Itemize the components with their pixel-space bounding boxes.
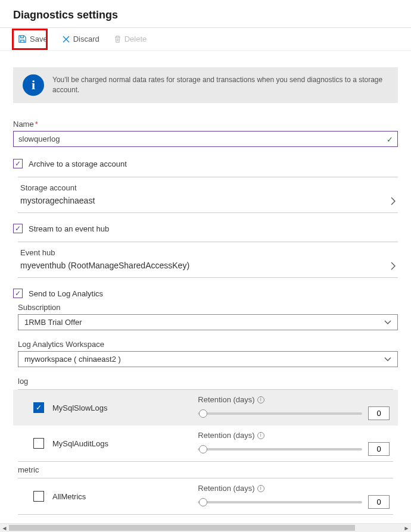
save-button[interactable]: Save xyxy=(13,32,52,46)
loganalytics-label: Send to Log Analytics xyxy=(29,289,103,298)
chevron-right-icon xyxy=(391,197,396,205)
metric-name: AllMetrics xyxy=(52,492,86,501)
page-title: Diagnostics settings xyxy=(0,0,411,27)
stream-label: Stream to an event hub xyxy=(29,224,109,233)
workspace-label: Log Analytics Workspace xyxy=(18,340,398,349)
discard-button[interactable]: Discard xyxy=(57,32,104,46)
eventhub-value: myeventhub (RootManageSharedAccessKey) xyxy=(20,261,391,270)
retention-input[interactable] xyxy=(368,495,390,509)
storage-label: Storage account xyxy=(20,183,391,192)
chevron-right-icon xyxy=(391,262,396,270)
trash-icon xyxy=(114,35,122,43)
archive-checkbox-row[interactable]: Archive to a storage account xyxy=(13,159,398,168)
log-checkbox[interactable] xyxy=(33,438,44,449)
scroll-left-icon[interactable]: ◄ xyxy=(0,525,9,531)
eventhub-label: Event hub xyxy=(20,248,391,257)
info-icon[interactable]: i xyxy=(257,485,264,492)
log-row-slow: MySqlSlowLogs Retention (days)i xyxy=(13,390,398,425)
info-text: You'll be charged normal data rates for … xyxy=(52,75,388,96)
workspace-select[interactable]: myworkspace ( chinaeast2 ) xyxy=(18,351,398,367)
storage-account-picker[interactable]: Storage account mystoragechinaeast xyxy=(18,177,398,213)
info-icon: i xyxy=(23,74,44,96)
info-icon[interactable]: i xyxy=(257,432,264,439)
save-label: Save xyxy=(30,35,48,43)
horizontal-scrollbar[interactable]: ◄ ► xyxy=(0,523,411,532)
chevron-down-icon xyxy=(384,320,391,325)
retention-slider[interactable] xyxy=(198,412,362,415)
name-input[interactable] xyxy=(13,131,398,147)
storage-value: mystoragechinaeast xyxy=(20,196,391,205)
log-name: MySqlAuditLogs xyxy=(52,439,108,448)
subscription-value: 1RMB Trial Offer xyxy=(24,318,82,327)
metric-row: AllMetrics Retention (days)i xyxy=(13,478,398,514)
retention-slider[interactable] xyxy=(198,501,362,503)
subscription-select[interactable]: 1RMB Trial Offer xyxy=(18,314,398,330)
log-name: MySqlSlowLogs xyxy=(52,403,108,412)
scroll-right-icon[interactable]: ► xyxy=(402,525,411,531)
info-banner: i You'll be charged normal data rates fo… xyxy=(13,67,398,103)
delete-label: Delete xyxy=(124,35,147,43)
log-row-audit: MySqlAuditLogs Retention (days)i xyxy=(13,425,398,461)
eventhub-picker[interactable]: Event hub myeventhub (RootManageSharedAc… xyxy=(18,242,398,278)
toolbar: Save Discard Delete xyxy=(0,27,411,51)
retention-slider[interactable] xyxy=(198,448,362,450)
discard-label: Discard xyxy=(73,35,99,43)
close-icon xyxy=(62,35,70,43)
check-icon: ✓ xyxy=(387,134,393,143)
metric-checkbox[interactable] xyxy=(33,491,44,502)
retention-input[interactable] xyxy=(368,442,390,456)
loganalytics-checkbox-row[interactable]: Send to Log Analytics xyxy=(13,289,398,298)
metric-section-label: metric xyxy=(18,465,398,474)
checkbox-icon xyxy=(13,159,23,168)
save-icon xyxy=(18,35,27,43)
chevron-down-icon xyxy=(384,357,391,362)
workspace-value: myworkspace ( chinaeast2 ) xyxy=(24,355,121,364)
subscription-label: Subscription xyxy=(18,303,398,312)
name-label: Name* xyxy=(13,120,398,129)
checkbox-icon xyxy=(13,224,23,233)
archive-label: Archive to a storage account xyxy=(29,159,127,168)
delete-button[interactable]: Delete xyxy=(109,32,152,46)
eventhub-checkbox-row[interactable]: Stream to an event hub xyxy=(13,224,398,233)
info-icon[interactable]: i xyxy=(257,396,264,403)
checkbox-icon xyxy=(13,289,23,298)
log-section-label: log xyxy=(18,377,398,386)
log-checkbox[interactable] xyxy=(33,402,44,413)
retention-input[interactable] xyxy=(368,406,390,420)
